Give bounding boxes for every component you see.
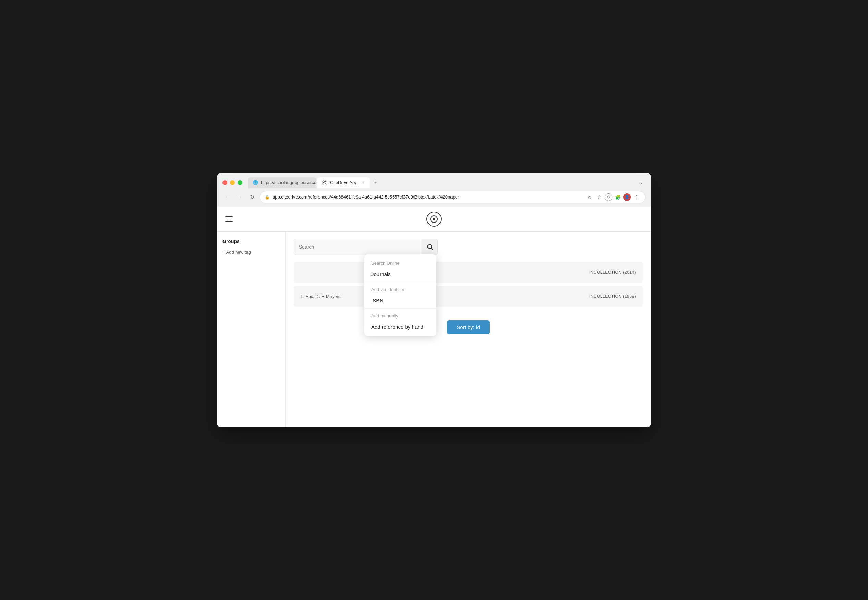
- address-bar[interactable]: 🔒 app.citedrive.com/references/44d68461-…: [259, 191, 645, 203]
- extension-icon[interactable]: ⊙: [605, 193, 612, 201]
- menu-dots-icon[interactable]: ⋮: [632, 193, 640, 201]
- tab-google-scholar-favicon: 🌐: [253, 180, 258, 185]
- hamburger-line-2: [225, 219, 233, 220]
- sort-button-container: Sort by: id: [294, 320, 643, 345]
- bookmark-icon[interactable]: ☆: [595, 193, 603, 201]
- reference-1-badge: INCOLLECTION (2014): [589, 270, 636, 275]
- add-reference-by-hand-menu-item[interactable]: Add reference by hand: [364, 321, 436, 333]
- add-manually-section-label: Add manually: [364, 310, 436, 321]
- minimize-traffic-light[interactable]: [230, 180, 235, 185]
- reference-2-author: L. Fox, D. F. Mayers: [301, 294, 341, 299]
- tab-google-scholar-label: https://scholar.googleusercont...: [261, 180, 324, 185]
- svg-line-3: [431, 248, 433, 250]
- lock-icon: 🔒: [265, 195, 270, 200]
- back-button[interactable]: ←: [223, 192, 232, 202]
- tab-list-button[interactable]: ⌄: [636, 178, 645, 188]
- dropdown-divider-2: [364, 308, 436, 309]
- add-via-identifier-section-label: Add via Identifier: [364, 283, 436, 294]
- reference-item-1[interactable]: INCOLLECTION (2014): [294, 262, 643, 282]
- search-bar-row: [294, 239, 643, 255]
- address-bar-row: ← → ↻ 🔒 app.citedrive.com/references/44d…: [217, 188, 651, 207]
- tabs-row: 🌐 https://scholar.googleusercont... ✕ ⊙ …: [248, 177, 645, 188]
- new-tab-button[interactable]: +: [370, 178, 380, 188]
- app-logo: [426, 212, 442, 227]
- share-icon[interactable]: ⎋: [586, 193, 594, 201]
- search-button[interactable]: [422, 239, 438, 255]
- url-display: app.citedrive.com/references/44d68461-fc…: [273, 194, 583, 200]
- app-content: Groups + Add new tag: [217, 207, 651, 427]
- journals-menu-item[interactable]: Journals: [364, 268, 436, 280]
- search-online-section-label: Search Online: [364, 257, 436, 268]
- profile-icon[interactable]: 👤: [623, 193, 631, 201]
- reference-2-badge: INCOLLECTION (1989): [589, 294, 636, 298]
- tab-citedrive-favicon: ⊙: [322, 180, 327, 185]
- content-area: INCOLLECTION (2014) L. Fox, D. F. Mayers…: [286, 232, 651, 427]
- search-input-wrapper: [294, 239, 438, 255]
- sidebar: Groups + Add new tag: [217, 232, 286, 427]
- add-new-tag-button[interactable]: + Add new tag: [223, 250, 280, 255]
- close-traffic-light[interactable]: [223, 180, 227, 185]
- forward-button[interactable]: →: [235, 192, 244, 202]
- dropdown-menu: Search Online Journals Add via Identifie…: [364, 255, 436, 336]
- sort-button[interactable]: Sort by: id: [447, 320, 489, 334]
- hamburger-menu-button[interactable]: [224, 215, 234, 223]
- main-layout: Groups + Add new tag: [217, 232, 651, 427]
- search-input[interactable]: [294, 241, 422, 253]
- isbn-menu-item[interactable]: ISBN: [364, 294, 436, 307]
- browser-chrome: 🌐 https://scholar.googleusercont... ✕ ⊙ …: [217, 173, 651, 207]
- reference-item-2[interactable]: L. Fox, D. F. Mayers INCOLLECTION (1989): [294, 286, 643, 306]
- groups-label: Groups: [223, 239, 280, 244]
- hamburger-line-3: [225, 221, 233, 222]
- puzzle-icon[interactable]: 🧩: [614, 193, 622, 201]
- maximize-traffic-light[interactable]: [238, 180, 242, 185]
- address-bar-icons: ⎋ ☆ ⊙ 🧩 👤 ⋮: [586, 193, 640, 201]
- refresh-button[interactable]: ↻: [247, 192, 257, 202]
- traffic-lights: [223, 180, 242, 185]
- dropdown-divider-1: [364, 282, 436, 282]
- tab-citedrive-close[interactable]: ✕: [361, 180, 365, 185]
- app-header: [217, 207, 651, 232]
- hamburger-line-1: [225, 216, 233, 217]
- tab-google-scholar[interactable]: 🌐 https://scholar.googleusercont... ✕: [248, 177, 317, 188]
- tab-citedrive[interactable]: ⊙ CiteDrive App ✕: [317, 177, 370, 188]
- reference-item-2-content: L. Fox, D. F. Mayers: [301, 293, 589, 299]
- tab-citedrive-label: CiteDrive App: [330, 180, 357, 185]
- browser-window: 🌐 https://scholar.googleusercont... ✕ ⊙ …: [217, 173, 651, 427]
